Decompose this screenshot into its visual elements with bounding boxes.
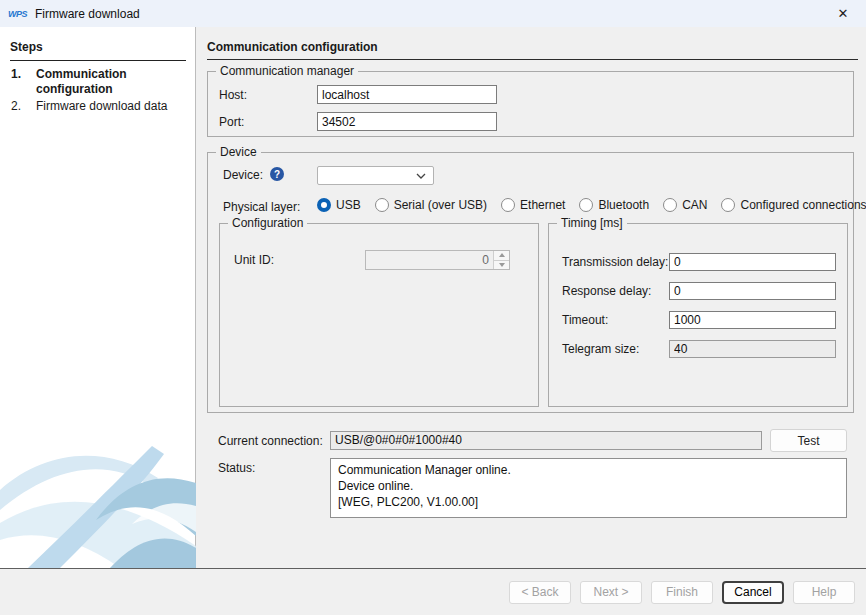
steps-list: 1. Communication configuration 2. Firmwa… — [11, 67, 187, 116]
wizard-footer: < Back Next > Finish Cancel Help — [0, 569, 866, 615]
device-select[interactable] — [317, 166, 434, 185]
telegram-size-label: Telegram size: — [562, 342, 639, 356]
finish-button: Finish — [651, 581, 713, 604]
status-line: [WEG, PLC200, V1.00.00] — [338, 494, 839, 510]
radio-label: USB — [336, 198, 361, 212]
device-group: Device Device: ? Physical layer: USB Ser… — [207, 152, 854, 413]
radio-label: Ethernet — [520, 198, 565, 212]
wps-app-icon: WPS — [8, 9, 27, 19]
group-legend: Device — [216, 145, 261, 159]
physical-layer-label: Physical layer: — [223, 200, 300, 214]
status-label: Status: — [218, 461, 255, 475]
radio-checked-icon — [317, 198, 331, 212]
current-connection-field: USB/@0#0#0#1000#40 — [330, 431, 762, 450]
response-delay-input[interactable] — [669, 282, 836, 300]
radio-ethernet[interactable]: Ethernet — [501, 198, 565, 212]
step-item-communication-configuration: 1. Communication configuration — [11, 67, 187, 97]
port-label: Port: — [219, 115, 244, 129]
steps-heading: Steps — [10, 40, 186, 61]
page-title: Communication configuration — [207, 40, 858, 60]
timeout-input[interactable] — [669, 311, 836, 329]
physical-layer-options: USB Serial (over USB) Ethernet Bluetooth… — [317, 198, 866, 212]
main-panel: Communication configuration Communicatio… — [197, 27, 866, 568]
unit-id-stepper[interactable]: 0 — [365, 250, 510, 270]
unit-id-label: Unit ID: — [234, 253, 274, 267]
radio-icon — [501, 198, 515, 212]
spinner-buttons — [493, 251, 509, 269]
status-line: Device online. — [338, 478, 839, 494]
radio-label: CAN — [682, 198, 707, 212]
cancel-button[interactable]: Cancel — [722, 581, 784, 604]
close-icon[interactable]: ✕ — [828, 0, 858, 27]
response-delay-label: Response delay: — [562, 284, 651, 298]
telegram-size-field — [669, 340, 836, 358]
step-number: 1. — [11, 67, 36, 97]
back-button: < Back — [509, 581, 571, 604]
host-label: Host: — [219, 88, 247, 102]
help-button: Help — [793, 581, 855, 604]
group-legend: Configuration — [228, 216, 307, 230]
test-button[interactable]: Test — [770, 429, 847, 452]
step-item-firmware-download-data: 2. Firmware download data — [11, 99, 187, 114]
timing-group: Timing [ms] Transmission delay: Response… — [548, 223, 848, 407]
steps-sidebar: Steps 1. Communication configuration 2. … — [0, 27, 196, 568]
radio-icon — [579, 198, 593, 212]
radio-label: Serial (over USB) — [394, 198, 487, 212]
radio-icon — [663, 198, 677, 212]
next-button: Next > — [580, 581, 642, 604]
radio-bluetooth[interactable]: Bluetooth — [579, 198, 649, 212]
radio-label: Bluetooth — [598, 198, 649, 212]
radio-usb[interactable]: USB — [317, 198, 361, 212]
device-label: Device: — [223, 168, 263, 182]
radio-icon — [721, 198, 735, 212]
step-label: Firmware download data — [36, 99, 184, 114]
radio-serial-over-usb[interactable]: Serial (over USB) — [375, 198, 487, 212]
spin-up-icon[interactable] — [494, 251, 509, 261]
title-bar: WPS Firmware download ✕ — [0, 0, 866, 27]
transmission-delay-label: Transmission delay: — [562, 255, 668, 269]
port-input[interactable] — [317, 112, 497, 131]
unit-id-value: 0 — [366, 251, 493, 269]
firmware-download-dialog: WPS Firmware download ✕ Steps 1. Communi… — [0, 0, 866, 615]
status-line: Communication Manager online. — [338, 462, 839, 478]
timeout-label: Timeout: — [562, 313, 608, 327]
radio-label: Configured connections — [740, 198, 866, 212]
status-box: Communication Manager online. Device onl… — [330, 458, 847, 518]
step-number: 2. — [11, 99, 36, 114]
host-input[interactable] — [317, 85, 497, 104]
decorative-swoosh — [0, 428, 196, 568]
window-title: Firmware download — [35, 7, 140, 21]
current-connection-label: Current connection: — [218, 434, 323, 448]
radio-configured-connections[interactable]: Configured connections — [721, 198, 866, 212]
chevron-down-icon — [416, 173, 426, 179]
transmission-delay-input[interactable] — [669, 253, 836, 271]
radio-icon — [375, 198, 389, 212]
group-legend: Communication manager — [216, 64, 358, 78]
radio-can[interactable]: CAN — [663, 198, 707, 212]
spin-down-icon[interactable] — [494, 261, 509, 270]
help-icon[interactable]: ? — [270, 167, 284, 181]
configuration-group: Configuration Unit ID: 0 — [219, 223, 539, 407]
group-legend: Timing [ms] — [557, 216, 627, 230]
step-label: Communication configuration — [36, 67, 184, 97]
communication-manager-group: Communication manager Host: Port: — [207, 71, 854, 137]
